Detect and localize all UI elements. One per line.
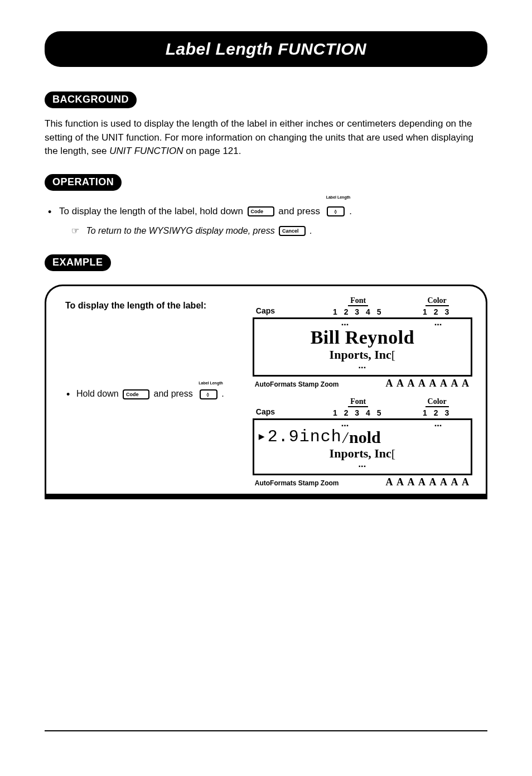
- operation-step-1: To display the length of the label, hold…: [47, 203, 487, 220]
- lcd2-bottom-labels: AutoFormats Stamp Zoom: [255, 479, 339, 487]
- lcd2-font-values: 1 2 3 4 5: [333, 408, 384, 417]
- lcd1-cursor-icon: [: [391, 348, 395, 362]
- lcd2-line1-rest: nold: [349, 428, 381, 446]
- page-title: Label Length FUNCTION: [166, 40, 366, 59]
- key-code: Code: [248, 206, 274, 216]
- op1-text-end: .: [349, 206, 352, 216]
- lcd1-line1: Bill Reynold: [258, 327, 467, 348]
- background-text-post: on page 121.: [183, 146, 241, 156]
- note-text-pre: To return to the WYSIWYG display mode, p…: [86, 226, 277, 235]
- lcd1-line2-text: Inports, Inc: [330, 348, 391, 362]
- lcd-display-before: Caps Font 1 2 3 4 5 Color 1 2 3 ▪▪▪: [253, 296, 472, 389]
- page-title-banner: Label Length FUNCTION: [45, 31, 487, 67]
- lcd2-sep: /: [343, 428, 348, 446]
- lcd2-font-label: Font: [348, 397, 368, 407]
- key-label-length: ⎀: [327, 206, 345, 216]
- lcd1-font-label: Font: [348, 296, 368, 306]
- key-cancel: Cancel: [279, 226, 306, 236]
- lcd2-style-samples: A A A A A A A A: [385, 476, 470, 488]
- example-intro: To display the length of the label:: [65, 301, 253, 311]
- op1-text-pre: To display the length of the label, hold…: [59, 206, 246, 216]
- lcd1-bottom-labels: AutoFormats Stamp Zoom: [255, 380, 339, 388]
- section-heading-background: BACKGROUND: [45, 91, 137, 108]
- lcd1-font-values: 1 2 3 4 5: [333, 307, 384, 316]
- example-right-column: Caps Font 1 2 3 4 5 Color 1 2 3 ▪▪▪: [253, 296, 472, 488]
- pointing-hand-icon: ☞: [71, 224, 79, 238]
- lcd1-line2: Inports, Inc[: [258, 348, 467, 362]
- key-label-length-2: ⎀: [200, 389, 217, 399]
- lcd2-line2: Inports, Inc[: [258, 446, 467, 460]
- lcd-display-after: Caps Font 1 2 3 4 5 Color 1 2 3 ▪▪▪: [253, 397, 472, 488]
- lcd1-caps-label: Caps: [256, 306, 311, 316]
- lcd2-cursor-icon: [: [391, 446, 395, 460]
- lcd2-length-value: 2.9inch: [268, 428, 342, 446]
- lcd1-style-samples: A A A A A A A A: [385, 378, 470, 389]
- lcd2-caps-label: Caps: [256, 407, 311, 417]
- ex-step-pre: Hold down: [76, 389, 121, 398]
- manual-page: Label Length FUNCTION BACKGROUND This fu…: [0, 0, 532, 776]
- lcd1-marker2-icon: ▪▪▪: [434, 321, 442, 327]
- operation-note: ☞ To return to the WYSIWYG display mode,…: [45, 224, 487, 238]
- operation-steps: To display the length of the label, hold…: [45, 203, 487, 220]
- lcd2-frame: ▪▪▪ ▪▪▪ ▶ 2.9inch / nold Inports, Inc[: [253, 418, 472, 475]
- example-left-column: To display the length of the label: Hold…: [60, 296, 253, 488]
- example-step-1: Hold down Code and press Label Length ⎀ …: [65, 389, 253, 399]
- lcd1-frame: ▪▪▪ ▪▪▪ Bill Reynold Inports, Inc[ ▪▪▪: [253, 317, 472, 377]
- lcd2-marker2-icon: ▪▪▪: [434, 422, 442, 428]
- lcd2-color-label: Color: [425, 397, 449, 407]
- lcd1-color-values: 1 2 3: [423, 307, 451, 316]
- lcd2-marker3-icon: ▪▪▪: [359, 463, 366, 469]
- background-ref: UNIT FUNCTION: [109, 146, 183, 156]
- op1-text-mid: and press: [278, 206, 322, 216]
- footer-divider: [45, 730, 487, 731]
- lcd1-marker3-icon: ▪▪▪: [359, 364, 366, 370]
- lcd2-line1: ▶ 2.9inch / nold: [258, 428, 467, 446]
- background-paragraph: This function is used to display the len…: [45, 117, 487, 158]
- lcd2-line2-text: Inports, Inc: [330, 446, 391, 460]
- section-heading-example: EXAMPLE: [45, 254, 111, 271]
- note-text-end: .: [310, 226, 312, 235]
- example-box: To display the length of the label: Hold…: [45, 285, 487, 495]
- ex-step-mid: and press: [154, 389, 196, 398]
- lcd2-color-values: 1 2 3: [423, 408, 451, 417]
- key-code-2: Code: [123, 389, 149, 399]
- lcd1-color-label: Color: [425, 296, 449, 306]
- section-heading-operation: OPERATION: [45, 174, 122, 191]
- lcd2-play-icon: ▶: [259, 432, 265, 442]
- ex-step-end: .: [221, 389, 224, 398]
